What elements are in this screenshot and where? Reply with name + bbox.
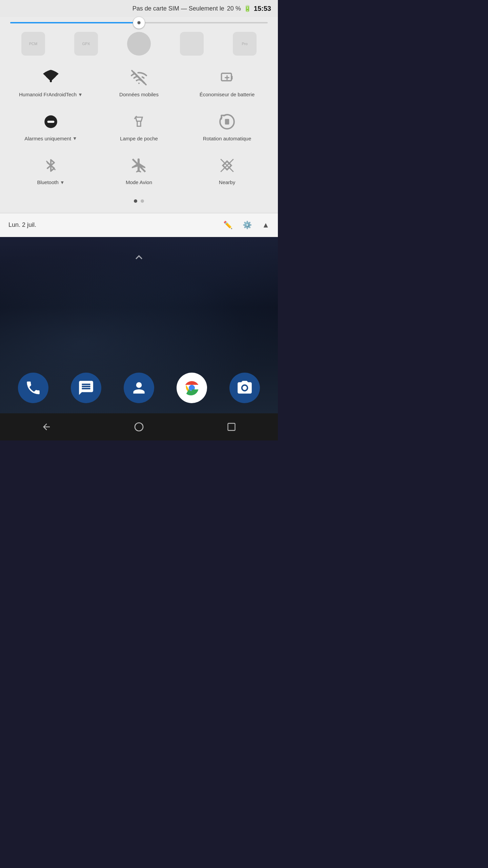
svg-point-9 (243, 386, 247, 390)
tiles-row-3: Bluetooth ▼ Mode Avion (7, 150, 271, 191)
settings-button[interactable]: ⚙️ (243, 221, 252, 230)
mobile-data-icon (129, 67, 149, 88)
dock-sms[interactable] (71, 373, 101, 403)
clock: 15:53 (254, 5, 271, 13)
dot-1[interactable] (134, 199, 137, 203)
alarm-arrow: ▼ (73, 135, 77, 141)
wifi-icon (41, 67, 61, 88)
notification-bar: Lun. 2 juil. ✏️ ⚙️ ▲ (0, 213, 278, 237)
date-label: Lun. 2 juil. (8, 221, 36, 229)
tile-auto-rotate[interactable]: Rotation automatique (190, 106, 264, 147)
brightness-track[interactable] (10, 22, 268, 23)
carrier-text: Pas de carte SIM — Seulement le (133, 5, 224, 12)
battery-percent: 20 % (227, 5, 241, 12)
dock-contacts[interactable] (124, 373, 154, 403)
recents-button[interactable] (223, 418, 240, 435)
status-bar: Pas de carte SIM — Seulement le 20 % 🔋 1… (0, 0, 278, 17)
tile-wifi[interactable]: Humanoid FrAndroidTech ▼ (14, 62, 88, 103)
brightness-row (0, 17, 278, 28)
bluetooth-arrow: ▼ (60, 179, 65, 185)
tile-airplane-mode-label: Mode Avion (126, 179, 152, 186)
bluetooth-icon (41, 155, 61, 176)
svg-rect-6 (225, 119, 229, 124)
brightness-fill (10, 22, 139, 23)
bg-app-gpx: GPX (74, 32, 98, 56)
svg-point-0 (138, 22, 140, 24)
tile-bluetooth-label: Bluetooth ▼ (37, 179, 64, 186)
tile-flashlight[interactable]: Lampe de poche (102, 106, 176, 147)
dock (0, 366, 278, 413)
tiles-row-2: Alarmes uniquement ▼ Lampe de poche (7, 106, 271, 147)
pagination-dots (7, 194, 271, 210)
alarms-only-icon (41, 112, 61, 132)
navigation-bar (0, 413, 278, 440)
brightness-icon (136, 19, 142, 26)
tile-mobile-data[interactable]: Données mobiles (102, 62, 176, 103)
battery-saver-icon (217, 67, 237, 88)
svg-point-10 (135, 423, 143, 431)
tile-battery-saver[interactable]: Économiseur de batterie (190, 62, 264, 103)
quick-settings-panel: PCM GPX Pro Humanoid FrAndroidTech (0, 17, 278, 237)
collapse-button[interactable]: ▲ (262, 221, 269, 230)
tile-wifi-label: Humanoid FrAndroidTech ▼ (19, 91, 83, 98)
notif-action-buttons: ✏️ ⚙️ ▲ (223, 221, 269, 230)
app-drawer-arrow[interactable] (0, 237, 278, 264)
tile-auto-rotate-label: Rotation automatique (203, 135, 251, 142)
flashlight-icon (129, 112, 149, 132)
home-button[interactable] (130, 418, 147, 435)
tile-nearby[interactable]: Nearby (190, 150, 264, 191)
tiles-row-1: Humanoid FrAndroidTech ▼ Données mobiles (7, 62, 271, 103)
background-apps-row: PCM GPX Pro (0, 28, 278, 59)
tile-bluetooth[interactable]: Bluetooth ▼ (14, 150, 88, 191)
wifi-arrow: ▼ (78, 92, 83, 98)
tile-alarms-only[interactable]: Alarmes uniquement ▼ (14, 106, 88, 147)
tile-mobile-data-label: Données mobiles (119, 91, 159, 98)
tile-nearby-label: Nearby (219, 179, 235, 186)
auto-rotate-icon (217, 112, 237, 132)
bg-app-4 (180, 32, 204, 56)
bg-app-probench: Pro (233, 32, 257, 56)
tiles-section: Humanoid FrAndroidTech ▼ Données mobiles (0, 59, 278, 213)
bg-app-avatar (127, 32, 151, 56)
dot-2[interactable] (141, 199, 144, 203)
tile-flashlight-label: Lampe de poche (120, 135, 158, 142)
airplane-mode-icon (129, 155, 149, 176)
svg-rect-11 (228, 423, 235, 430)
svg-rect-3 (222, 73, 231, 81)
home-screen (0, 237, 278, 413)
dock-phone[interactable] (18, 373, 48, 403)
nearby-icon (217, 155, 237, 176)
edit-button[interactable]: ✏️ (223, 221, 232, 230)
tile-airplane-mode[interactable]: Mode Avion (102, 150, 176, 191)
back-button[interactable] (38, 418, 55, 435)
dock-camera[interactable] (229, 373, 260, 403)
bg-app-pcm: PCM (21, 32, 45, 56)
svg-point-2 (50, 80, 52, 82)
battery-icon: 🔋 (244, 5, 251, 12)
brightness-thumb[interactable] (133, 17, 145, 29)
tile-battery-saver-label: Économiseur de batterie (200, 91, 255, 98)
dock-chrome[interactable] (177, 373, 207, 403)
svg-rect-5 (47, 120, 55, 122)
tile-alarms-only-label: Alarmes uniquement ▼ (24, 135, 77, 142)
